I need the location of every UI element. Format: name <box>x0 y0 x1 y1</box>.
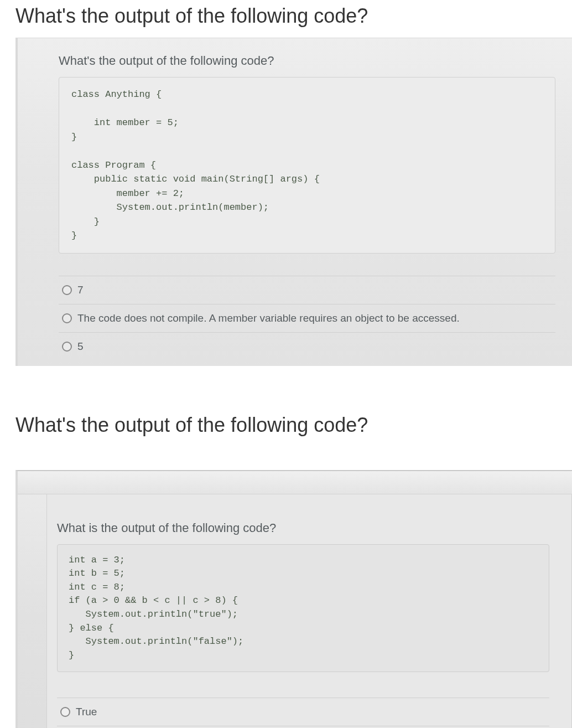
option-label: True <box>76 706 97 718</box>
radio-icon <box>62 285 72 295</box>
q2-options: True False <box>57 698 549 728</box>
q1-option-0[interactable]: 7 <box>59 276 555 304</box>
q2-outer-heading: What's the output of the following code? <box>0 409 572 447</box>
q1-card: What's the output of the following code?… <box>15 38 572 366</box>
q2-topbar <box>18 471 572 494</box>
q2-card: What is the output of the following code… <box>15 470 572 729</box>
q1-options: 7 The code does not compile. A member va… <box>59 276 555 360</box>
q1-outer-heading: What's the output of the following code? <box>0 0 572 38</box>
radio-icon <box>62 342 72 352</box>
q1-option-2[interactable]: 5 <box>59 332 555 360</box>
q1-prompt: What's the output of the following code? <box>59 54 555 77</box>
option-label: The code does not compile. A member vari… <box>77 312 460 324</box>
q2-option-1[interactable]: False <box>57 726 549 728</box>
q2-prompt: What is the output of the following code… <box>57 521 549 544</box>
q2-option-0[interactable]: True <box>57 698 549 726</box>
q2-inner: What is the output of the following code… <box>46 494 572 729</box>
radio-icon <box>62 313 72 323</box>
q1-inner: What's the output of the following code?… <box>53 38 572 366</box>
radio-icon <box>60 707 70 717</box>
q1-code-block: class Anything { int member = 5; } class… <box>59 77 555 254</box>
q1-option-1[interactable]: The code does not compile. A member vari… <box>59 304 555 332</box>
option-label: 5 <box>77 340 84 353</box>
option-label: 7 <box>77 284 84 296</box>
q2-code-block: int a = 3; int b = 5; int c = 8; if (a >… <box>57 544 549 672</box>
